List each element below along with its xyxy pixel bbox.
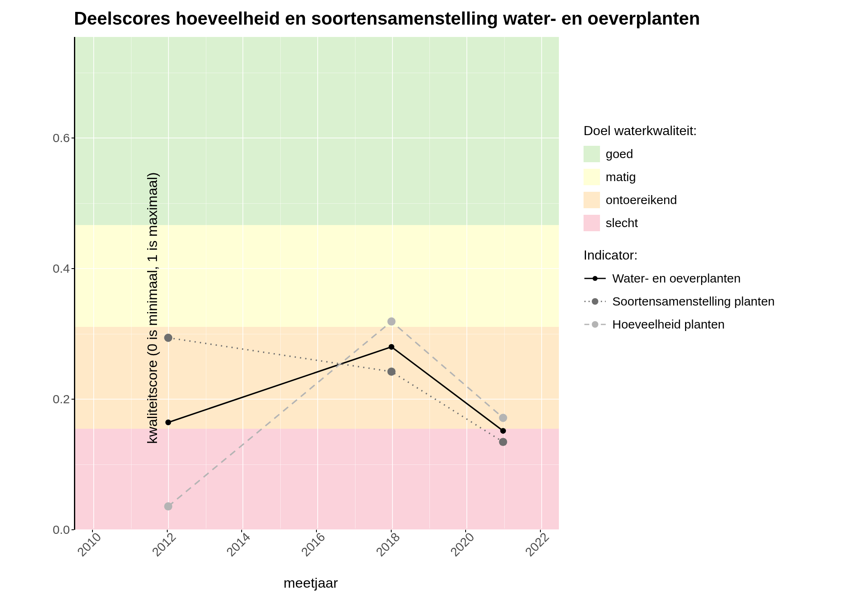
y-tick-mark [72, 529, 74, 530]
legend-label: ontoereikend [606, 193, 677, 207]
series-point [165, 420, 171, 425]
legend-row-goed: goed [584, 146, 775, 162]
x-tick-mark [465, 530, 466, 532]
legend-row-ontoereikend: ontoereikend [584, 192, 775, 208]
x-tick-label: 2020 [448, 530, 477, 559]
x-tick-label: 2018 [373, 530, 402, 559]
x-tick-mark [540, 530, 541, 532]
svg-point-1 [593, 276, 598, 281]
indicator-swatch-hoeveelheid-icon [584, 316, 607, 333]
y-tick-mark [72, 399, 74, 400]
y-axis-label: kwaliteitscore (0 is minimaal, 1 is maxi… [144, 172, 160, 444]
swatch-ontoereikend-icon [584, 192, 600, 208]
legend: Doel waterkwaliteit: goed matig ontoerei… [584, 123, 775, 339]
series-line [168, 338, 503, 442]
legend-row-slecht: slecht [584, 215, 775, 231]
series-point [164, 502, 172, 510]
x-tick-mark [92, 530, 93, 532]
legend-row-soorten: Soortensamenstelling planten [584, 293, 775, 310]
chart-title: Deelscores hoeveelheid en soortensamenst… [74, 8, 700, 29]
y-tick-label: 0.0 [49, 523, 70, 537]
series-point [499, 414, 507, 422]
swatch-matig-icon [584, 169, 600, 185]
series-line [168, 347, 503, 431]
y-tick-mark [72, 268, 74, 269]
svg-point-5 [592, 321, 598, 328]
legend-label: slecht [606, 216, 638, 230]
x-tick-label: 2016 [298, 530, 328, 559]
legend-label: Hoeveelheid planten [612, 317, 725, 331]
swatch-slecht-icon [584, 215, 600, 231]
y-tick-label: 0.2 [49, 392, 70, 406]
series-point [164, 333, 172, 342]
series-point [500, 428, 506, 434]
svg-point-3 [592, 298, 598, 305]
series-point [389, 344, 395, 350]
x-tick-mark [316, 530, 317, 532]
legend-row-matig: matig [584, 169, 775, 185]
legend-label: goed [606, 147, 633, 161]
legend-label: matig [606, 170, 636, 184]
y-tick-label: 0.4 [49, 262, 70, 276]
indicator-swatch-water-icon [584, 270, 607, 287]
legend-label: Soortensamenstelling planten [612, 294, 775, 308]
x-tick-label: 2010 [75, 530, 104, 559]
x-tick-label: 2022 [522, 530, 551, 559]
series-point [388, 368, 396, 376]
x-tick-mark [241, 530, 242, 532]
legend-row-water: Water- en oeverplanten [584, 270, 775, 287]
series-point [499, 438, 507, 446]
x-tick-mark [167, 530, 168, 532]
x-axis-label: meetjaar [284, 575, 338, 591]
legend-row-hoeveelheid: Hoeveelheid planten [584, 316, 775, 333]
x-tick-mark [391, 530, 392, 532]
series-line [168, 322, 503, 506]
y-tick-label: 0.6 [49, 131, 70, 145]
series-point [388, 317, 396, 326]
x-tick-label: 2012 [149, 530, 178, 559]
swatch-goed-icon [584, 146, 600, 162]
chart-figure: Deelscores hoeveelheid en soortensamenst… [0, 0, 863, 616]
legend-indicator-title: Indicator: [584, 248, 775, 263]
y-tick-mark [72, 138, 74, 138]
legend-label: Water- en oeverplanten [612, 271, 741, 285]
legend-bands-title: Doel waterkwaliteit: [584, 123, 775, 138]
indicator-swatch-soorten-icon [584, 293, 607, 310]
x-tick-label: 2014 [224, 530, 253, 559]
